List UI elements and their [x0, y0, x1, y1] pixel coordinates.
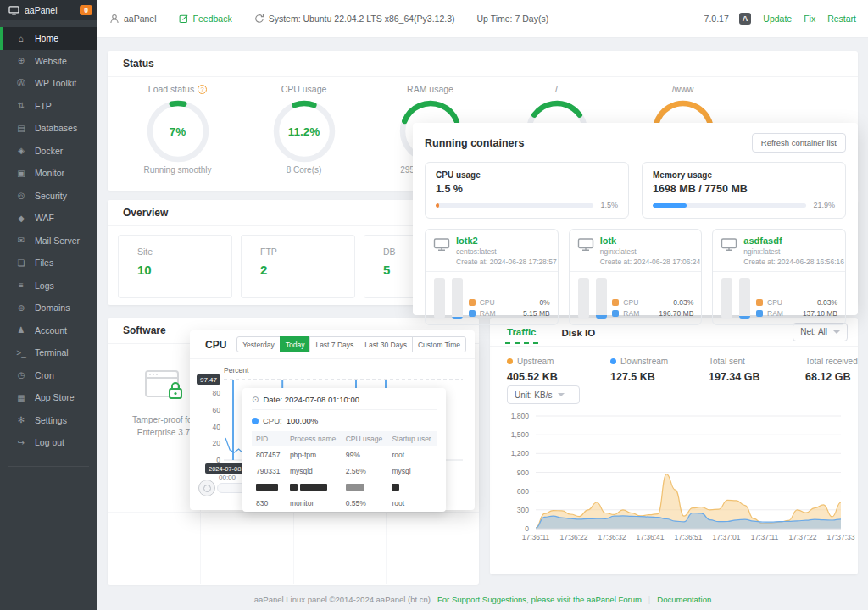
refresh-icon[interactable] [254, 14, 264, 24]
overview-card-ftp[interactable]: FTP2 [241, 235, 355, 298]
cpu-range-tab-last-30-days[interactable]: Last 30 Days [359, 336, 413, 352]
container-legend: CPU0%RAM5.15 MB [469, 296, 550, 318]
sidebar-item-label: Account [35, 325, 67, 336]
process-header-row: PIDProcess nameCPU usageStartup user [252, 431, 437, 446]
memory-usage-bar-fill [653, 203, 687, 208]
files-icon: ❏ [15, 258, 27, 268]
sidebar-item-label: Monitor [35, 168, 64, 178]
container-list: lotk2centos:latestCreate at: 2024-06-28 … [425, 229, 846, 325]
help-icon[interactable]: ? [198, 85, 207, 94]
usage-bar-ram-fill [452, 317, 463, 319]
net-select-value: Net: All [800, 327, 827, 336]
cpu-legend-swatch [469, 299, 476, 306]
sidebar-item-label: FTP [35, 101, 52, 111]
sidebar-item-label: Terminal [35, 347, 69, 358]
sidebar-item-waf[interactable]: ◆WAF [0, 207, 97, 230]
redacted-bar [256, 484, 278, 491]
container-card-body: CPU0.03%RAM137.10 MB [713, 272, 845, 324]
sidebar-item-terminal[interactable]: >_Terminal [0, 341, 97, 364]
feedback-label: Feedback [193, 14, 232, 24]
container-name[interactable]: asdfasdf [743, 236, 844, 246]
container-name[interactable]: lotk2 [456, 236, 557, 246]
sidebar-item-docker[interactable]: ◈Docker [0, 140, 97, 163]
traffic-ytick: 900 [517, 469, 529, 477]
container-card-header: lotknginx:latestCreate at: 2024-06-28 17… [570, 230, 702, 272]
sidebar-item-monitor[interactable]: ▣Monitor [0, 162, 97, 185]
sidebar-item-security[interactable]: ◎Security [0, 185, 97, 208]
wp-toolkit-icon: Ⓦ [15, 77, 27, 89]
cpu-range-tab-custom-time[interactable]: Custom Time [412, 336, 466, 352]
chevron-down-icon [833, 330, 840, 334]
sidebar-item-databases[interactable]: ▤Databases [0, 117, 97, 140]
mail-server-icon: ✉ [15, 236, 27, 245]
container-name[interactable]: lotk [600, 236, 701, 246]
sidebar-item-account[interactable]: ♟Account [0, 319, 97, 342]
cpu-range-tab-yesterday[interactable]: Yesterday [236, 336, 281, 352]
legend-value: 0.03% [645, 298, 693, 307]
series-value: 100.00% [287, 416, 319, 425]
series-label: CPU: [263, 416, 282, 425]
feedback-link[interactable]: Feedback [179, 14, 232, 24]
cpu-range-tab-today[interactable]: Today [280, 336, 311, 352]
grid-divider [108, 512, 479, 513]
sidebar-item-home[interactable]: ⌂Home [0, 27, 97, 50]
container-card-lotk: lotknginx:latestCreate at: 2024-06-28 17… [569, 229, 703, 325]
sidebar-item-label: Docker [35, 146, 63, 156]
tooltip-date: Date: 2024-07-08 01:10:00 [263, 395, 359, 404]
sidebar-item-domains[interactable]: ⊛Domains [0, 297, 97, 319]
refresh-container-list-button[interactable]: Refresh container list [752, 133, 846, 152]
account-menu[interactable]: aaPanel [109, 14, 157, 24]
language-icon[interactable]: A [739, 13, 752, 25]
usage-bar-cpu [578, 278, 589, 319]
home-icon: ⌂ [15, 34, 27, 43]
documentation-link[interactable]: Documentation [657, 595, 711, 604]
redacted-bar [300, 484, 327, 491]
traffic-stat-total-received: Total received68.12 GB [805, 357, 858, 383]
forum-link[interactable]: For Support Suggestions, please visit th… [437, 595, 642, 604]
sidebar-item-cron[interactable]: ◷Cron [0, 364, 97, 387]
main-content: Status Load status?7%Running smoothlyCPU… [97, 38, 868, 610]
notification-badge[interactable]: 0 [80, 5, 92, 15]
process-row [252, 479, 437, 495]
sidebar-item-mail-server[interactable]: ✉Mail Server [0, 230, 97, 252]
sidebar-item-label: Mail Server [35, 236, 80, 246]
traffic-xtick: 17:37:22 [788, 533, 816, 541]
gauge-load-status: Load status?7%Running smoothly [114, 84, 241, 175]
app-root: aaPanel 0 ⌂Home⊕WebsiteⓌWP Toolkit⇅FTP▤D… [0, 0, 868, 610]
sidebar-item-files[interactable]: ❏Files [0, 252, 97, 274]
container-card-body: CPU0%RAM5.15 MB [426, 272, 558, 324]
sidebar-item-log-out[interactable]: ↪Log out [0, 431, 97, 454]
cpu-range-tab-last-7-days[interactable]: Last 7 Days [309, 336, 359, 352]
restart-link[interactable]: Restart [827, 14, 856, 24]
sidebar-item-wp-toolkit[interactable]: ⓌWP Toolkit [0, 72, 97, 95]
databases-icon: ▤ [15, 124, 27, 133]
update-link[interactable]: Update [763, 14, 792, 24]
settings-icon: ✻ [15, 415, 27, 424]
traffic-xtick: 17:37:01 [712, 533, 740, 541]
sidebar-item-app-store[interactable]: ▦App Store [0, 386, 97, 409]
cpu-usage-bar [436, 203, 593, 208]
docker-icon: ◈ [15, 146, 27, 155]
container-image: nginx:latest [600, 247, 701, 256]
legend-value: 137.10 MB [789, 309, 837, 318]
traffic-stat-label: Total received [805, 357, 858, 366]
series-dot [252, 418, 259, 424]
sidebar-item-logs[interactable]: ≡Logs [0, 274, 97, 297]
gauge-ring: 7% [145, 98, 211, 164]
legend-label: RAM [480, 309, 502, 318]
container-created: Create at: 2024-06-28 16:56:16 [743, 258, 844, 266]
terminal-icon: >_ [15, 348, 27, 358]
gauge-caption: Running smoothly [114, 165, 241, 175]
traffic-xtick: 17:37:11 [751, 533, 778, 541]
sidebar-item-ftp[interactable]: ⇅FTP [0, 95, 97, 118]
sidebar-item-settings[interactable]: ✻Settings [0, 409, 97, 432]
clock-icon: ⊙ [252, 395, 259, 404]
fix-link[interactable]: Fix [804, 14, 815, 24]
unit-select[interactable]: Unit: KB/s [507, 385, 580, 404]
redacted-bar [290, 484, 298, 491]
user-icon [109, 14, 120, 24]
chart-zoom-handle[interactable] [198, 480, 215, 496]
memory-usage-value: 1698 MB / 7750 MB [653, 183, 835, 195]
sidebar-item-website[interactable]: ⊕Website [0, 50, 97, 73]
overview-card-site[interactable]: Site10 [118, 235, 232, 298]
